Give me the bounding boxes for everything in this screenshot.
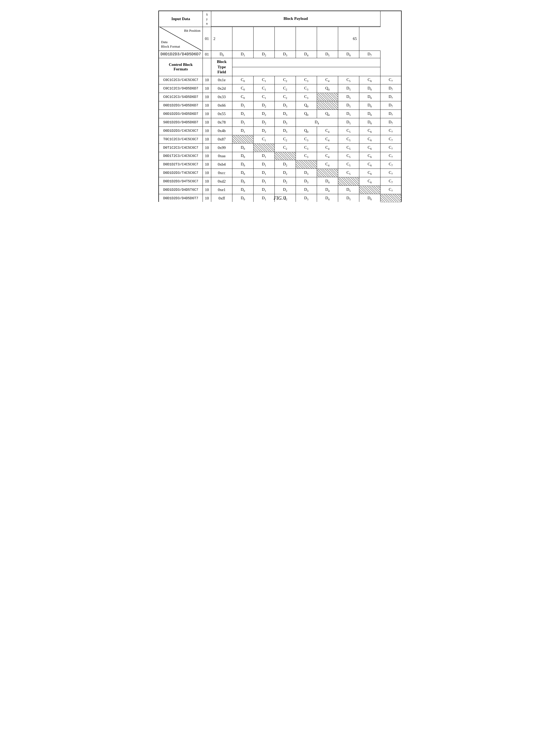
col-0-2: C2 xyxy=(274,76,295,84)
data-d7: D7 xyxy=(359,51,380,58)
col-9-1: D1 xyxy=(253,152,274,160)
col-3-0: D1 xyxy=(232,101,253,110)
col-4-7: D7 xyxy=(380,110,401,118)
syn-1: 10 xyxy=(203,84,211,93)
control-row-3: O0D1D2D3/S4D5D6D7100x66D1D2D3Q0D5D6D7 xyxy=(159,101,401,110)
col-11-7: C7 xyxy=(380,169,401,177)
data-format-name: D0D1D2D3/D4D5D6D7 xyxy=(159,51,203,58)
control-row-11: D0D1D2D3/T4C5C6C7100xccD0D1D2D3C5C6C7 xyxy=(159,169,401,177)
col-2-3: C3 xyxy=(295,93,317,101)
format-name-10: D0D1D2T3/C4C5C6C7 xyxy=(159,160,203,169)
col-14-6: D6 xyxy=(359,194,380,203)
col-12-6: C6 xyxy=(359,177,380,186)
data-d2: D2 xyxy=(253,51,274,58)
syn-11: 10 xyxy=(203,169,211,177)
control-row-9: D0D1T2C3/C4C5C6C7100xaaD0D1C3C4C5C6C7 xyxy=(159,152,401,160)
col-0-1: C1 xyxy=(253,76,274,84)
col-9-7: C7 xyxy=(380,152,401,160)
col-7-2: C2 xyxy=(274,135,295,143)
col-0-3: C3 xyxy=(295,76,317,84)
bit-01-cell: 01 xyxy=(203,27,211,51)
col-4-0: D1 xyxy=(232,110,253,118)
type-12: 0xd2 xyxy=(211,177,232,186)
control-row-8: D0T1C2C3/C4C5C6C7100x99D0C2C3C4C5C6C7 xyxy=(159,143,401,152)
col-14-1: D1 xyxy=(253,194,274,203)
syn-3: 10 xyxy=(203,101,211,110)
col-13-4: D4 xyxy=(317,186,338,194)
syn-0: 10 xyxy=(203,76,211,84)
diagonal-header-row: Bit Position Data Block Format 01 2 65 xyxy=(159,27,401,51)
col-11-6: C6 xyxy=(359,169,380,177)
control-block-span xyxy=(232,58,380,67)
col-1-1: C1 xyxy=(253,84,274,93)
col-9-4: C4 xyxy=(317,152,338,160)
col-9-3: C3 xyxy=(295,152,317,160)
col-5-6: D7 xyxy=(380,118,401,126)
col-6-1: D2 xyxy=(253,126,274,135)
syn-10: 10 xyxy=(203,160,211,169)
bit-2-cell: 2 xyxy=(211,27,232,51)
col-8-6: C6 xyxy=(359,143,380,152)
col-11-3: D3 xyxy=(295,169,317,177)
col-5-1: D2 xyxy=(253,118,274,126)
col-9-5: C5 xyxy=(338,152,359,160)
col-12-4: D4 xyxy=(317,177,338,186)
col-6-5: C5 xyxy=(338,126,359,135)
col-10-0: D0 xyxy=(232,160,253,169)
col-0-4: C4 xyxy=(317,76,338,84)
syn-12: 10 xyxy=(203,177,211,186)
data-d5: D5 xyxy=(317,51,338,58)
col-4-5: D5 xyxy=(338,110,359,118)
control-row-7: T0C1C2C3/C4C5C6C7100x87C1C2C3C4C5C6C7 xyxy=(159,135,401,143)
col-10-4: C4 xyxy=(317,160,338,169)
data-d6: D6 xyxy=(338,51,359,58)
col-4-1: D2 xyxy=(253,110,274,118)
format-name-6: O0D1D2D3/C4C5C6C7 xyxy=(159,126,203,135)
col-14-0: D0 xyxy=(232,194,253,203)
col-10-6: C6 xyxy=(359,160,380,169)
control-row-0: C0C1C2C3/C4C5C6C7100x1eC0C1C2C3C4C5C6C7 xyxy=(159,76,401,84)
data-d0: D0 xyxy=(211,51,232,58)
syn-13: 10 xyxy=(203,186,211,194)
format-name-7: T0C1C2C3/C4C5C6C7 xyxy=(159,135,203,143)
format-name-14: D0D1D2D3/D4D5D6T7 xyxy=(159,194,203,203)
syn-8: 10 xyxy=(203,143,211,152)
figure-caption: FIG. 1 xyxy=(274,195,286,201)
col-9-2 xyxy=(274,152,295,160)
col-14-5: D5 xyxy=(338,194,359,203)
empty-col-1 xyxy=(232,27,253,51)
col-3-7: D7 xyxy=(380,101,401,110)
syn-6: 10 xyxy=(203,126,211,135)
type-2: 0x33 xyxy=(211,93,232,101)
col-10-2: D2 xyxy=(274,160,295,169)
col-1-0: C0 xyxy=(232,84,253,93)
col-11-4 xyxy=(317,169,338,177)
col-3-3: Q0 xyxy=(295,101,317,110)
col-13-5: D5 xyxy=(338,186,359,194)
col-5-2: D3 xyxy=(274,118,295,126)
col-2-1: C1 xyxy=(253,93,274,101)
col-7-6: C6 xyxy=(359,135,380,143)
control-row-10: D0D1D2T3/C4C5C6C7100xb4D0D1D2C4C5C6C7 xyxy=(159,160,401,169)
col-3-5: D5 xyxy=(338,101,359,110)
col-1-6: D6 xyxy=(359,84,380,93)
col-13-2: D2 xyxy=(274,186,295,194)
empty-col-4 xyxy=(295,27,317,51)
diagonal-header-cell: Bit Position Data Block Format xyxy=(159,27,203,51)
col-1-3: C3 xyxy=(295,84,317,93)
empty-col-5 xyxy=(317,27,338,51)
type-11: 0xcc xyxy=(211,169,232,177)
col-14-3: D3 xyxy=(295,194,317,203)
col-12-3: D3 xyxy=(295,177,317,186)
col-7-1: C1 xyxy=(253,135,274,143)
col-1-7: D7 xyxy=(380,84,401,93)
control-row-5: S0D1D2D3/D4D5D6D7100x78D1D2D3D4D5D6D7 xyxy=(159,118,401,126)
type-1: 0x2d xyxy=(211,84,232,93)
format-name-8: D0T1C2C3/C4C5C6C7 xyxy=(159,143,203,152)
control-row-1: C0C1C2C3/O4D5D6D7100x2dC0C1C2C3Q4D5D6D7 xyxy=(159,84,401,93)
col-1-5: D5 xyxy=(338,84,359,93)
format-name-13: D0D1D2D3/D4D5T6C7 xyxy=(159,186,203,194)
syn-7: 10 xyxy=(203,135,211,143)
type-4: 0x55 xyxy=(211,110,232,118)
col-13-7: C7 xyxy=(380,186,401,194)
